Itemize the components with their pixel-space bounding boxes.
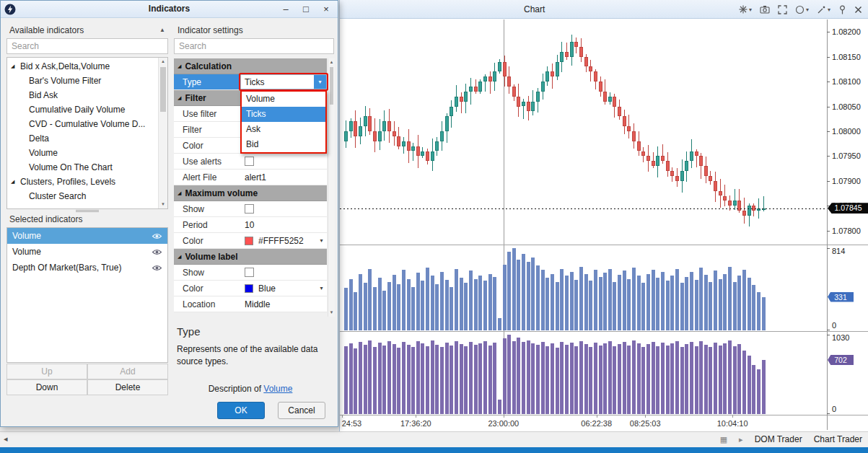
section-expanded-icon: ◢: [177, 63, 181, 69]
scroll-up-icon[interactable]: ▲: [159, 58, 167, 66]
settings-row: TypeTicks▾: [174, 74, 327, 90]
settings-row: Color#FFFF5252▾: [174, 233, 327, 249]
scroll-down-icon[interactable]: ▼: [328, 309, 335, 317]
tree-item[interactable]: Bid Ask: [7, 88, 167, 102]
combo-dropdown-button[interactable]: ▾: [314, 75, 326, 89]
description-link-prefix: Description of: [209, 384, 264, 394]
minimize-button[interactable]: –: [276, 1, 296, 18]
tree-item[interactable]: Volume On The Chart: [7, 160, 167, 175]
description-volume-link[interactable]: Volume: [263, 384, 292, 394]
description-title: Type: [177, 325, 327, 338]
scrollbar-thumb[interactable]: [330, 67, 333, 105]
splitter-handle[interactable]: [76, 210, 99, 212]
settings-section-header[interactable]: ◢Calculation: [174, 58, 327, 74]
available-indicators-box: ◢Bid x Ask,Delta,VolumeBar's Volume Filt…: [6, 57, 168, 209]
ok-button[interactable]: OK: [217, 402, 265, 419]
tab-dom-trader[interactable]: DOM Trader: [755, 434, 802, 444]
settings-row-value[interactable]: alert1: [240, 170, 327, 185]
dropdown-option[interactable]: Ticks: [242, 107, 325, 122]
tab-chart-trader[interactable]: Chart Trader: [814, 434, 862, 444]
dropdown-option[interactable]: Ask: [242, 122, 325, 137]
tab-marker-icon[interactable]: ▸: [739, 435, 743, 444]
section-expanded-icon: ◢: [177, 254, 181, 260]
scroll-left-icon[interactable]: ◂: [4, 434, 8, 444]
window-controls: – □ ×: [276, 1, 336, 18]
scroll-down-icon[interactable]: ▼: [159, 201, 167, 208]
settings-row: LocationMiddle: [174, 296, 327, 312]
indicator-list-buttons: UpAddDownDelete: [6, 364, 168, 395]
taskbar-strip: [0, 447, 868, 453]
tree-item[interactable]: CVD - Cumulative Volume D...: [7, 117, 167, 131]
selected-indicator-item[interactable]: Depth Of Market(Bars, True): [7, 260, 167, 276]
cancel-button[interactable]: Cancel: [278, 402, 325, 419]
selected-indicator-item[interactable]: Volume: [7, 228, 167, 244]
visibility-eye-icon[interactable]: [152, 232, 162, 240]
tree-item[interactable]: Volume: [7, 146, 167, 160]
tree-item[interactable]: Cluster Search: [7, 189, 167, 203]
tree-item[interactable]: Bar's Volume Filter: [7, 74, 167, 88]
price-axis-tick: [827, 82, 830, 82]
selected-indicator-item[interactable]: Volume: [7, 244, 167, 260]
settings-section-header[interactable]: ◢Volume label: [174, 249, 327, 265]
settings-section-header[interactable]: ◢Maximum volume: [174, 185, 327, 201]
close-button[interactable]: ×: [316, 1, 336, 18]
price-axis-tick: [827, 231, 830, 232]
available-search-input[interactable]: [6, 38, 168, 54]
checkbox[interactable]: [245, 268, 254, 277]
visibility-eye-icon[interactable]: [152, 264, 162, 272]
volume-axis-zero-label: 0: [832, 321, 836, 330]
value-text: 10: [243, 220, 327, 230]
settings-row-value[interactable]: [240, 265, 327, 280]
settings-row-value[interactable]: Middle: [240, 296, 327, 312]
tree-expanded-icon[interactable]: ◢: [11, 63, 20, 69]
dropdown-option[interactable]: Bid: [242, 137, 325, 152]
volume-current-badge: 331: [828, 292, 854, 302]
delete-button[interactable]: Delete: [87, 379, 168, 395]
settings-row-value[interactable]: [240, 154, 327, 169]
settings-scrollbar[interactable]: ▲ ▼: [328, 58, 335, 317]
current-price-line: [340, 208, 827, 209]
scrollbar-thumb[interactable]: [160, 67, 166, 112]
color-dropdown-caret[interactable]: ▾: [316, 237, 327, 244]
settings-row-value[interactable]: 10: [240, 217, 327, 232]
price-axis-tick: [827, 57, 830, 58]
tree-item-label: Cluster Search: [29, 191, 86, 201]
selected-indicator-label: Depth Of Market(Bars, True): [12, 263, 152, 273]
up-button[interactable]: Up: [6, 364, 87, 379]
volume-axis-tick: [827, 413, 830, 414]
horizontal-scrollbar[interactable]: ◂ ▦ ▸ DOM Trader Chart Trader: [0, 431, 868, 447]
tree-item[interactable]: Delta: [7, 131, 167, 146]
volume-axis-tick: [827, 248, 830, 249]
price-axis-label: 1.08200: [832, 27, 861, 36]
color-swatch: [245, 237, 253, 245]
tree-item[interactable]: Cumulative Daily Volume: [7, 102, 167, 117]
settings-row-label: Type: [174, 74, 240, 89]
scroll-up-icon[interactable]: ▲: [328, 58, 335, 66]
tree-item-label: Cumulative Daily Volume: [29, 105, 125, 115]
checkbox[interactable]: [245, 204, 254, 214]
collapse-icon[interactable]: ▲: [159, 27, 165, 33]
settings-row: Show: [174, 201, 327, 217]
visibility-eye-icon[interactable]: [152, 248, 162, 256]
add-button[interactable]: Add: [87, 364, 168, 379]
settings-row-value[interactable]: [240, 201, 327, 216]
indicators-dialog: Indicators – □ × Available indicators ▲ …: [0, 0, 338, 427]
panel-layout-icon[interactable]: ▦: [720, 435, 727, 444]
section-label: Volume label: [185, 252, 237, 262]
dropdown-option[interactable]: Volume: [242, 92, 325, 107]
tree-expanded-icon[interactable]: ◢: [11, 179, 20, 185]
section-label: Maximum volume: [185, 188, 258, 198]
tree-group-item[interactable]: ◢Bid x Ask,Delta,Volume: [7, 59, 167, 74]
checkbox[interactable]: [245, 157, 254, 166]
settings-row-value[interactable]: Ticks▾: [240, 74, 327, 89]
settings-row-value[interactable]: #FFFF5252▾: [240, 233, 327, 248]
down-button[interactable]: Down: [6, 379, 87, 395]
tree-group-item[interactable]: ◢Clusters, Profiles, Levels: [7, 175, 167, 189]
color-dropdown-caret[interactable]: ▾: [316, 285, 327, 291]
maximize-button[interactable]: □: [296, 1, 316, 18]
settings-search-input[interactable]: [174, 38, 334, 54]
tree-scrollbar[interactable]: ▲ ▼: [158, 58, 167, 208]
settings-row-value[interactable]: Blue▾: [240, 281, 327, 296]
price-axis[interactable]: 1.082001.081501.081001.080501.080001.079…: [827, 0, 868, 431]
indicators-titlebar[interactable]: Indicators – □ ×: [1, 1, 338, 18]
